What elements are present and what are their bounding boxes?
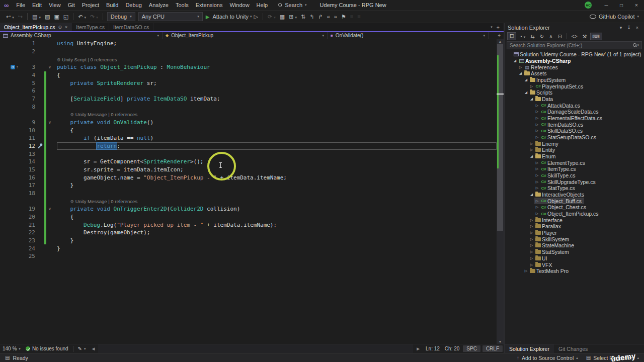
codelens-row[interactable]: ⚙ Unity Message | 0 references (0, 197, 504, 205)
tree-item-ItemType.cs[interactable]: ▷ C# ItemType.cs (505, 166, 644, 172)
tree-item-Assembly-CSharp[interactable]: ◢ Assembly-CSharp (505, 58, 644, 64)
switch-views-icon[interactable]: ⇆ (528, 33, 536, 40)
tree-item-Interface[interactable]: ▷ Interface (505, 217, 644, 223)
code-line-4[interactable]: 4 { (0, 71, 504, 79)
add-to-source-control-button[interactable]: ↑ Add to Source Control ▴ (517, 355, 578, 361)
tree-item-Enum[interactable]: ◢ Enum (505, 153, 644, 160)
tree-item-SkillDataSO.cs[interactable]: ▷ C# SkillDataSO.cs (505, 128, 644, 134)
nav-forward-icon[interactable]: ↪ (16, 14, 25, 20)
find-in-files-icon[interactable]: ▦ (278, 14, 287, 20)
menu-debug[interactable]: Debug (122, 2, 145, 8)
solution-platform-dropdown[interactable]: Any CPU ▾ (138, 12, 203, 21)
tree-collapsed-icon[interactable]: ▷ (529, 237, 534, 241)
attach-play-icon[interactable]: ▶ (204, 14, 211, 20)
tree-collapsed-icon[interactable]: ▷ (529, 142, 534, 146)
code-line-7[interactable]: 7 [SerializeField] private ItemDataSO it… (0, 95, 504, 103)
indent-decrease-icon[interactable]: « (325, 14, 332, 20)
tree-item-SkillType.cs[interactable]: ▷ C# SkillType.cs (505, 172, 644, 179)
tree-expanded-icon[interactable]: ◢ (523, 78, 529, 82)
tree-collapsed-icon[interactable]: ▷ (529, 218, 534, 222)
tree-collapsed-icon[interactable]: ▷ (529, 243, 534, 247)
tree-collapsed-icon[interactable]: ▷ (534, 104, 540, 108)
tree-collapsed-icon[interactable]: ▷ (534, 123, 540, 127)
tree-collapsed-icon[interactable]: ▷ (534, 167, 540, 171)
code-line-11[interactable]: 11 if (itemData == null) (0, 134, 504, 142)
line-indicator[interactable]: Ln: 12 (423, 346, 442, 351)
tab-list-icon[interactable]: ▾ (491, 25, 493, 29)
code-cleanup-button[interactable]: ✎ ▾ (75, 346, 89, 351)
vertical-scrollbar[interactable]: ▲ ▼ (497, 39, 504, 344)
scroll-down-icon[interactable]: ▼ (497, 340, 504, 343)
tree-item-StatSetupDataSO.cs[interactable]: ▷ C# StatSetupDataSO.cs (505, 134, 644, 141)
panel-tab-solution-explorer[interactable]: Solution Explorer (505, 344, 554, 353)
line-ending-toggle[interactable]: CRLF (482, 345, 503, 352)
tree-item-Parallax[interactable]: ▷ Parallax (505, 223, 644, 230)
tree-item-ItemDataSO.cs[interactable]: ▷ C# ItemDataSO.cs (505, 121, 644, 128)
tree-collapsed-icon[interactable]: ▷ (529, 250, 534, 254)
tree-collapsed-icon[interactable]: ▷ (534, 180, 540, 184)
sort-usings-icon[interactable]: ⇅ (299, 14, 307, 20)
tree-expanded-icon[interactable]: ◢ (529, 154, 534, 158)
tree-item-StatType.cs[interactable]: ▷ C# StatType.cs (505, 185, 644, 192)
maximize-button[interactable]: □ (614, 3, 629, 8)
code-line-3[interactable]: ↑ 3 ∨ public class Object_ItemPickup : M… (0, 63, 504, 71)
view-code-icon[interactable]: <> (570, 33, 580, 40)
scroll-left-icon[interactable]: ◄ (89, 346, 99, 351)
menu-edit[interactable]: Edit (29, 2, 45, 8)
tree-item-TextMesh_Pro[interactable]: ▷ TextMesh Pro (505, 268, 644, 275)
tree-item-Player[interactable]: ▷ Player (505, 230, 644, 236)
start-without-debugging-icon[interactable]: ▷ (252, 14, 260, 20)
tree-collapsed-icon[interactable]: ▷ (534, 161, 540, 165)
menu-file[interactable]: File (13, 2, 29, 8)
menu-analyze[interactable]: Analyze (145, 2, 172, 8)
column-indicator[interactable]: Ch: 20 (442, 346, 462, 351)
tree-item-VFX[interactable]: ▷ VFX (505, 261, 644, 268)
spaces-toggle[interactable]: SPC (463, 345, 480, 352)
save-all-icon[interactable]: ◱ (61, 14, 70, 20)
split-editor-icon[interactable]: + (497, 24, 500, 30)
tree-item-SkillSystem[interactable]: ▷ SkillSystem (505, 236, 644, 242)
code-line-16[interactable]: 16 gameObject.name = "Object_ItemPickup … (0, 173, 504, 182)
tab-close-icon[interactable]: × (65, 25, 67, 30)
tree-collapsed-icon[interactable]: ▷ (534, 116, 540, 120)
hot-reload-icon[interactable]: ⟳ ▾ (266, 14, 278, 20)
code-line-24[interactable]: 24 } (0, 244, 504, 252)
refresh-icon[interactable]: ↻ (538, 33, 546, 40)
account-avatar[interactable]: AC (585, 2, 592, 9)
code-line-21[interactable]: 21 Debug.Log("Player picked up item - " … (0, 221, 504, 229)
code-line-10[interactable]: 10 { (0, 126, 504, 134)
tab-pin-icon[interactable]: ⊙ (58, 25, 62, 30)
tree-item-StateMachine[interactable]: ▷ StateMachine (505, 242, 644, 249)
sync-with-active-document-icon[interactable]: ⧠ (507, 32, 516, 40)
tools-icon[interactable]: ⚒ (581, 33, 589, 40)
code-editor[interactable]: 1 using UnityEngine; 2 ⚙ Unity Script | … (0, 39, 504, 344)
bookmark-prev-icon[interactable]: ≡ (348, 14, 355, 20)
tree-expanded-icon[interactable]: ◢ (523, 90, 529, 95)
indent-increase-icon[interactable]: » (332, 14, 339, 20)
horizontal-scrollbar[interactable] (98, 344, 413, 353)
tab-ItemDataSO.cs[interactable]: ItemDataSO.cs (109, 23, 153, 31)
tree-item-InteractiveObjects[interactable]: ◢ InteractiveObjects (505, 192, 644, 198)
redo-icon[interactable]: ↷ ▾ (88, 14, 100, 20)
tree-collapsed-icon[interactable]: ▷ (534, 199, 540, 203)
codelens-row[interactable]: ⚙ Unity Message | 0 references (0, 111, 504, 119)
menu-build[interactable]: Build (103, 2, 122, 8)
code-line-5[interactable]: 5 private SpriteRenderer sr; (0, 79, 504, 87)
attach-to-unity-button[interactable]: Attach to Unity (211, 14, 250, 20)
bookmark-next-icon[interactable]: ≡ (355, 14, 362, 20)
tree-item-Data[interactable]: ◢ Data (505, 96, 644, 103)
github-copilot-button[interactable]: GitHub Copilot ▾ (590, 14, 639, 20)
tree-item-ElementType.cs[interactable]: ▷ C# ElementType.cs (505, 159, 644, 166)
type-dropdown[interactable]: ◆ Object_ItemPickup ▾ (163, 32, 328, 39)
minimize-button[interactable]: ─ (599, 3, 614, 8)
tree-item-SkillUpgradeType.cs[interactable]: ▷ C# SkillUpgradeType.cs (505, 178, 644, 185)
code-line-6[interactable]: 6 (0, 87, 504, 95)
tree-item-Assets[interactable]: ◢ Assets (505, 70, 644, 77)
code-line-14[interactable]: 14 sr = GetComponent<SpriteRenderer>(); (0, 158, 504, 166)
tree-item-StatSystem[interactable]: ▷ StatSystem (505, 249, 644, 255)
fold-toggle-icon[interactable]: ∨ (46, 120, 53, 125)
tree-collapsed-icon[interactable]: ▷ (534, 110, 540, 114)
step-out-icon[interactable]: ↱ (316, 14, 325, 20)
tree-collapsed-icon[interactable]: ▷ (529, 231, 534, 235)
new-file-icon[interactable]: ▤ ▾ (30, 14, 43, 20)
